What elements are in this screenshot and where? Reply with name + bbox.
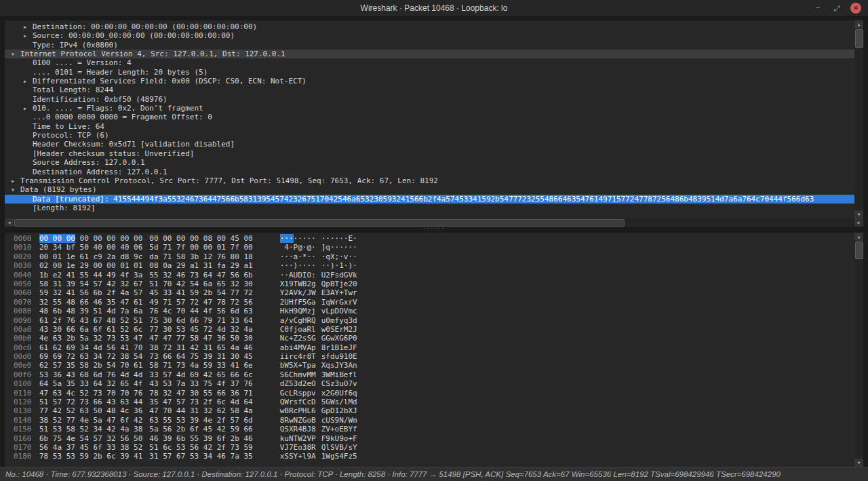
hex-scrollbar-thumb[interactable] [855,242,863,259]
hex-bytes-right: 5a 56 2b 6f 45 42 59 66 [149,425,252,434]
tree-row[interactable]: ▸Destination: 00:00:00_00:00:00 (00:00:0… [5,22,854,31]
tree-row[interactable]: Total Length: 8244 [5,85,854,94]
hex-row[interactable]: 003002 00 1e 29 00 00 01 0108 0a 29 a1 3… [5,261,854,270]
hex-offset: 0150 [14,425,39,434]
collapsed-arrow-icon[interactable]: ▸ [23,104,33,113]
hex-row[interactable]: 018078 53 53 59 2b 6c 39 4131 57 67 53 3… [5,452,854,461]
ascii-left: xSSY+l9A [280,452,316,461]
ascii-right: sfdu910E [321,352,357,361]
minimize-button[interactable]: – [812,1,823,12]
hex-row[interactable]: 012051 57 72 73 66 43 63 4435 47 57 73 2… [5,398,854,406]
collapsed-arrow-icon[interactable]: ▸ [23,22,33,31]
hex-row[interactable]: 009061 2f 76 43 67 48 52 5175 30 6d 66 7… [5,316,854,325]
hex-row[interactable]: 007032 55 48 66 46 35 47 6149 71 57 72 4… [5,298,854,307]
tree-row[interactable]: ▸Differentiated Services Field: 0x00 (DS… [5,77,854,85]
ascii-right: u0mfyq3d [321,316,357,325]
tree-row-label: Header Checksum: 0x5d71 [validation disa… [33,140,235,149]
ascii-left: a/vCgHRQ [280,316,316,325]
tree-row[interactable]: Destination Address: 127.0.0.1 [5,168,854,176]
tree-row[interactable]: Type: IPv4 (0x0800) [5,41,854,50]
tree-row[interactable]: Header Checksum: 0x5d71 [validation disa… [5,140,854,149]
hex-row[interactable]: 017056 4a 37 45 6f 33 38 5251 6c 53 56 4… [5,443,854,452]
tree-row[interactable]: ▾Internet Protocol Version 4, Src: 127.0… [5,50,854,58]
tree-scrollbar-thumb[interactable] [855,29,863,48]
hex-row[interactable]: 001020 34 bf 50 40 00 40 065d 71 7f 00 0… [5,243,854,252]
hex-bytes-right: 38 72 31 42 31 65 4a 46 [149,343,252,352]
hex-row[interactable]: 01606b 75 4e 54 57 32 56 5046 39 6b 55 3… [5,434,854,443]
hex-offset: 0070 [14,298,39,307]
tree-row[interactable]: Identification: 0xbf50 (48976) [5,95,854,104]
scroll-down-icon[interactable]: ▼ [854,210,863,218]
tree-row[interactable]: ▾Data (8192 bytes) [5,185,854,194]
collapsed-arrow-icon[interactable]: ▸ [23,31,33,40]
tree-row[interactable]: .... 0101 = Header Length: 20 bytes (5) [5,68,854,77]
hex-row[interactable]: 00e062 57 35 58 2b 54 70 6158 71 73 4a 5… [5,361,854,370]
ascii-left: bW5X+Tpa [280,361,316,370]
hex-row[interactable]: 000000 00 00 00 00 00 00 0000 00 00 00 0… [5,234,854,243]
hex-row[interactable]: 015051 53 58 52 34 42 4a 385a 56 2b 6f 4… [5,425,854,434]
ascii-right: 3WMiBefl [321,370,357,379]
hex-row[interactable]: 008048 6b 48 39 51 4d 7a 6a76 4c 70 44 4… [5,307,854,315]
scroll-up-icon[interactable]: ▲ [854,20,863,28]
tree-row-label: [Length: 8192] [33,204,96,212]
hex-bytes-left: 78 53 53 59 2b 6c 39 41 [39,452,142,461]
tree-row[interactable]: Protocol: TCP (6) [5,131,854,140]
hex-row[interactable]: 00d069 69 72 63 34 72 38 5473 66 64 75 3… [5,352,854,361]
tree-indent-spacer [23,131,33,140]
tree-row[interactable]: 0100 .... = Version: 4 [5,58,854,67]
tree-row[interactable]: Source Address: 127.0.0.1 [5,158,854,167]
hex-bytes-right: 47 70 44 31 32 62 58 4a [149,406,252,415]
hex-row[interactable]: 011047 63 4c 52 73 70 70 7678 32 47 30 5… [5,389,854,398]
hex-row[interactable]: 010064 5a 35 33 64 32 65 4f43 53 7a 33 7… [5,379,854,388]
tree-row-label: 010. .... = Flags: 0x2, Don't fragment [33,104,203,113]
expanded-arrow-icon[interactable]: ▾ [11,50,20,58]
hex-bytes-right: 00 00 00 00 08 00 45 00 [149,234,252,243]
maximize-button[interactable]: ⤢ [831,3,842,14]
tree-row[interactable]: ▸010. .... = Flags: 0x2, Don't fragment [5,104,854,113]
scroll-up-icon[interactable]: ▲ [854,233,863,241]
tree-indent-spacer [23,58,33,67]
scroll-left-icon[interactable]: ◀ [5,218,14,227]
hex-row[interactable]: 00c061 62 69 34 4d 56 41 7038 72 31 42 3… [5,343,854,352]
hex-offset: 0170 [14,443,39,452]
tree-row[interactable]: [Header checksum status: Unverified] [5,149,854,158]
hex-row[interactable]: 005058 31 39 54 57 42 32 6751 70 42 54 6… [5,280,854,288]
tree-row[interactable]: Time to Live: 64 [5,122,854,131]
hex-row[interactable]: 002000 01 1e 61 c9 2a d8 9cda 71 58 3b 1… [5,252,854,261]
hex-row[interactable]: 013077 42 52 63 50 48 4c 3647 70 44 31 3… [5,406,854,415]
hex-bytes-left: 00 00 00 00 00 00 00 00 [39,234,142,243]
packet-summary-text: No.: 10468 · Time: 677.932368013 · Sourc… [5,467,865,481]
close-button[interactable]: ✕ [850,3,861,14]
horizontal-scrollbar-thumb[interactable] [14,219,625,227]
tree-row[interactable]: ...0 0000 0000 0000 = Fragment Offset: 0 [5,113,854,121]
scroll-right-icon[interactable]: ▶ [854,218,863,227]
hex-row[interactable]: 006059 32 41 56 6b 2f 4a 5745 33 41 59 2… [5,288,854,297]
tree-row[interactable]: Data [truncated]: 415544494f3a5532467364… [5,195,854,204]
ascii-left: ···a·*·· [280,252,316,261]
tree-row[interactable]: ▸Transmission Control Protocol, Src Port… [5,176,854,185]
hex-row[interactable]: 00401b e2 41 55 44 49 4f 3a55 32 46 73 6… [5,271,854,280]
ascii-left: dZ53d2eO [280,379,316,388]
tree-row[interactable]: [Length: 8192] [5,204,854,212]
collapsed-arrow-icon[interactable]: ▸ [23,77,33,85]
pane-splitter-handle[interactable]: ······ [5,227,863,233]
hex-row[interactable]: 00b04e 63 2b 5a 32 73 53 4747 47 77 58 4… [5,334,854,343]
ascii-left: 4·P@·@· [280,243,316,252]
tree-indent-spacer [23,41,33,50]
expanded-arrow-icon[interactable]: ▾ [11,185,20,194]
hex-bytes-left: 47 63 4c 52 73 70 70 76 [39,389,142,398]
scroll-down-icon[interactable]: ▼ [854,459,863,467]
hex-row[interactable]: 00f053 36 43 68 6d 76 4d 4d33 57 4d 69 4… [5,370,854,379]
hex-row[interactable]: 00a043 30 66 6a 6f 61 52 6c77 30 53 45 7… [5,325,854,334]
ascii-left: GcLRsppv [280,389,316,398]
window-titlebar[interactable]: Wireshark · Packet 10468 · Loopback: lo … [0,0,868,17]
hex-bytes-right: 51 70 42 54 6a 65 32 30 [149,280,252,288]
hex-vertical-scrollbar[interactable]: ▲ ▼ [854,233,863,467]
hex-row[interactable]: 014038 52 77 4e 5a 47 6f 4263 55 53 39 4… [5,416,854,425]
tree-row[interactable]: ▸Source: 00:00:00_00:00:00 (00:00:00:00:… [5,31,854,40]
tree-vertical-scrollbar[interactable]: ▲ ▼ [854,20,863,218]
hex-bytes-left: 77 42 52 63 50 48 4c 36 [39,406,142,415]
collapsed-arrow-icon[interactable]: ▸ [11,176,20,185]
ascii-left: iirc4r8T [280,352,316,361]
ascii-right: 8r1B1eJF [321,343,357,352]
